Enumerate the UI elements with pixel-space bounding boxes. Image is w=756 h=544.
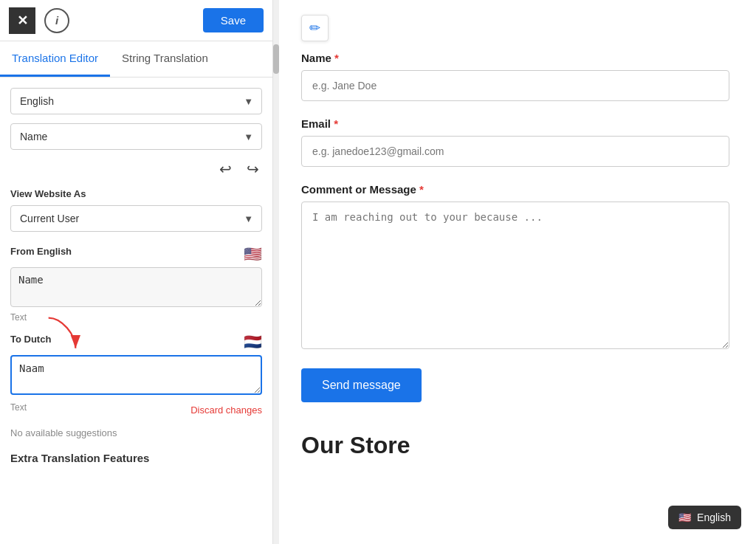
top-bar: ✕ i Save <box>0 0 272 41</box>
string-dropdown-wrapper: Name Email Comment or Message ▼ <box>10 123 262 150</box>
pencil-icon: ✏ <box>309 21 320 35</box>
edit-icon-button[interactable]: ✏ <box>301 15 329 41</box>
from-field-type: Text <box>10 312 262 323</box>
from-section: From English 🇺🇸 Name Text <box>10 245 262 323</box>
our-store-title: Our Store <box>301 432 729 459</box>
dutch-textarea-wrapper: Naam <box>10 355 262 398</box>
view-as-dropdown-wrapper: Current User Guest Admin ▼ <box>10 205 262 232</box>
panel-body: English Dutch French ▼ Name Email Commen… <box>0 78 272 544</box>
from-label: From English <box>10 246 72 257</box>
language-badge[interactable]: 🇺🇸 English <box>668 506 741 529</box>
view-as-label: View Website As <box>10 188 262 199</box>
save-button[interactable]: Save <box>203 8 264 32</box>
string-dropdown[interactable]: Name Email Comment or Message <box>10 123 262 150</box>
message-textarea[interactable] <box>301 202 729 349</box>
no-suggestions-text: No available suggestions <box>10 427 262 438</box>
nl-flag-icon: 🇳🇱 <box>244 333 262 351</box>
scroll-thumb <box>273 44 279 74</box>
email-label: Email * <box>301 117 729 130</box>
extra-features-label: Extra Translation Features <box>10 452 262 464</box>
undo-redo-bar: ↩ ↪ <box>10 159 262 179</box>
tab-translation-editor[interactable]: Translation Editor <box>0 41 110 77</box>
name-required-star: * <box>334 52 339 64</box>
tab-string-translation[interactable]: String Translation <box>110 41 220 77</box>
name-field: Name * <box>301 52 729 101</box>
language-dropdown-wrapper: English Dutch French ▼ <box>10 88 262 114</box>
email-required-star: * <box>334 117 338 130</box>
to-field-type: Text <box>10 402 27 413</box>
right-panel: ✏ Name * Email * Comment or Message * <box>279 0 756 544</box>
to-section: To Dutch 🇳🇱 Naam Text Discard changes <box>10 333 262 420</box>
us-flag-icon: 🇺🇸 <box>244 245 262 263</box>
redo-button[interactable]: ↪ <box>244 159 262 179</box>
from-english-textarea[interactable]: Name <box>10 267 262 307</box>
below-textarea-row: Text Discard changes <box>10 400 262 420</box>
tabs: Translation Editor String Translation <box>0 41 272 78</box>
to-header: To Dutch 🇳🇱 <box>10 333 262 351</box>
undo-button[interactable]: ↩ <box>216 159 235 179</box>
to-dutch-textarea[interactable]: Naam <box>10 355 262 395</box>
view-as-dropdown[interactable]: Current User Guest Admin <box>10 205 262 232</box>
view-as-section: View Website As Current User Guest Admin… <box>10 188 262 232</box>
scroll-handle <box>273 0 279 544</box>
language-badge-flag-icon: 🇺🇸 <box>678 512 691 523</box>
discard-changes-link[interactable]: Discard changes <box>190 404 262 416</box>
language-badge-label: English <box>697 512 731 523</box>
info-button[interactable]: i <box>44 8 69 33</box>
left-panel: ✕ i Save Translation Editor String Trans… <box>0 0 273 544</box>
message-label: Comment or Message * <box>301 183 729 196</box>
to-label: To Dutch <box>10 334 51 345</box>
name-label: Name * <box>301 52 729 64</box>
email-field: Email * <box>301 117 729 167</box>
name-input[interactable] <box>301 70 729 101</box>
send-message-button[interactable]: Send message <box>301 368 422 402</box>
form-section: ✏ Name * Email * Comment or Message * <box>301 15 729 459</box>
from-header: From English 🇺🇸 <box>10 245 262 263</box>
message-required-star: * <box>419 183 424 196</box>
message-field: Comment or Message * <box>301 183 729 352</box>
close-button[interactable]: ✕ <box>9 7 35 34</box>
email-input[interactable] <box>301 136 729 167</box>
language-dropdown[interactable]: English Dutch French <box>10 88 262 114</box>
